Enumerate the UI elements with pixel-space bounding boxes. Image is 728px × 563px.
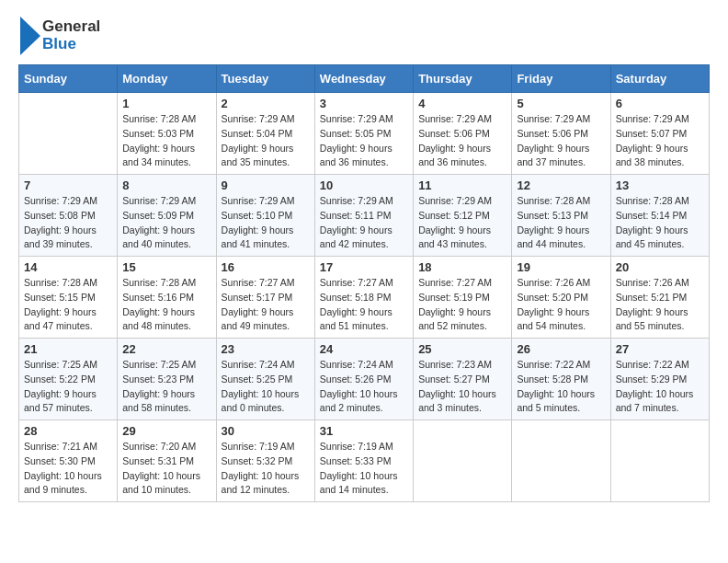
calendar-cell: 4Sunrise: 7:29 AMSunset: 5:06 PMDaylight… — [414, 93, 512, 175]
calendar-cell: 11Sunrise: 7:29 AMSunset: 5:12 PMDayligh… — [414, 175, 512, 257]
day-info: Sunrise: 7:27 AMSunset: 5:19 PMDaylight:… — [418, 276, 506, 334]
day-info: Sunrise: 7:23 AMSunset: 5:27 PMDaylight:… — [418, 358, 506, 416]
day-number: 7 — [24, 178, 112, 192]
weekday-header-wednesday: Wednesday — [314, 65, 413, 93]
calendar-week-row: 1Sunrise: 7:28 AMSunset: 5:03 PMDaylight… — [19, 93, 710, 175]
day-number: 21 — [24, 342, 112, 356]
day-number: 18 — [418, 260, 506, 274]
calendar-cell: 6Sunrise: 7:29 AMSunset: 5:07 PMDaylight… — [610, 93, 709, 175]
weekday-header-row: SundayMondayTuesdayWednesdayThursdayFrid… — [19, 65, 710, 93]
day-info: Sunrise: 7:29 AMSunset: 5:07 PMDaylight:… — [616, 112, 704, 170]
day-number: 9 — [222, 178, 310, 192]
calendar-cell: 13Sunrise: 7:28 AMSunset: 5:14 PMDayligh… — [610, 175, 709, 257]
day-info: Sunrise: 7:22 AMSunset: 5:29 PMDaylight:… — [616, 358, 704, 416]
calendar-cell — [414, 420, 512, 502]
calendar-cell: 14Sunrise: 7:28 AMSunset: 5:15 PMDayligh… — [19, 257, 118, 339]
day-number: 16 — [222, 260, 310, 274]
day-info: Sunrise: 7:26 AMSunset: 5:20 PMDaylight:… — [517, 276, 605, 334]
day-number: 25 — [418, 342, 506, 356]
day-info: Sunrise: 7:29 AMSunset: 5:06 PMDaylight:… — [517, 112, 605, 170]
logo-icon — [20, 17, 40, 55]
day-number: 2 — [222, 97, 310, 110]
day-info: Sunrise: 7:25 AMSunset: 5:23 PMDaylight:… — [122, 358, 210, 416]
day-info: Sunrise: 7:27 AMSunset: 5:18 PMDaylight:… — [320, 276, 408, 334]
day-number: 6 — [616, 97, 704, 110]
calendar-cell: 7Sunrise: 7:29 AMSunset: 5:08 PMDaylight… — [19, 175, 118, 257]
day-info: Sunrise: 7:29 AMSunset: 5:09 PMDaylight:… — [122, 194, 210, 252]
day-info: Sunrise: 7:28 AMSunset: 5:13 PMDaylight:… — [517, 194, 605, 252]
day-number: 31 — [320, 424, 408, 438]
day-info: Sunrise: 7:29 AMSunset: 5:04 PMDaylight:… — [222, 112, 310, 170]
calendar-cell: 31Sunrise: 7:19 AMSunset: 5:33 PMDayligh… — [314, 420, 413, 502]
calendar-cell: 2Sunrise: 7:29 AMSunset: 5:04 PMDaylight… — [216, 93, 314, 175]
calendar-cell: 23Sunrise: 7:24 AMSunset: 5:25 PMDayligh… — [216, 339, 314, 420]
calendar-cell: 1Sunrise: 7:28 AMSunset: 5:03 PMDaylight… — [118, 93, 216, 175]
day-info: Sunrise: 7:24 AMSunset: 5:26 PMDaylight:… — [320, 358, 408, 416]
day-number: 10 — [320, 178, 408, 192]
logo-blue-text: Blue — [42, 36, 100, 53]
calendar-cell: 5Sunrise: 7:29 AMSunset: 5:06 PMDaylight… — [512, 93, 610, 175]
day-info: Sunrise: 7:20 AMSunset: 5:31 PMDaylight:… — [122, 440, 210, 498]
weekday-header-sunday: Sunday — [19, 65, 118, 93]
day-info: Sunrise: 7:28 AMSunset: 5:03 PMDaylight:… — [122, 112, 210, 170]
day-info: Sunrise: 7:19 AMSunset: 5:32 PMDaylight:… — [222, 440, 310, 498]
calendar-cell: 26Sunrise: 7:22 AMSunset: 5:28 PMDayligh… — [512, 339, 610, 420]
calendar-cell: 28Sunrise: 7:21 AMSunset: 5:30 PMDayligh… — [19, 420, 118, 502]
day-info: Sunrise: 7:29 AMSunset: 5:06 PMDaylight:… — [418, 112, 506, 170]
day-number: 5 — [517, 97, 605, 110]
calendar-cell: 29Sunrise: 7:20 AMSunset: 5:31 PMDayligh… — [118, 420, 216, 502]
calendar-week-row: 21Sunrise: 7:25 AMSunset: 5:22 PMDayligh… — [19, 339, 710, 420]
day-info: Sunrise: 7:27 AMSunset: 5:17 PMDaylight:… — [222, 276, 310, 334]
day-info: Sunrise: 7:29 AMSunset: 5:11 PMDaylight:… — [320, 194, 408, 252]
calendar-week-row: 28Sunrise: 7:21 AMSunset: 5:30 PMDayligh… — [19, 420, 710, 502]
day-info: Sunrise: 7:26 AMSunset: 5:21 PMDaylight:… — [616, 276, 704, 334]
calendar-week-row: 14Sunrise: 7:28 AMSunset: 5:15 PMDayligh… — [19, 257, 710, 339]
weekday-header-thursday: Thursday — [414, 65, 512, 93]
day-info: Sunrise: 7:28 AMSunset: 5:16 PMDaylight:… — [122, 276, 210, 334]
day-number: 23 — [222, 342, 310, 356]
calendar-table: SundayMondayTuesdayWednesdayThursdayFrid… — [18, 64, 710, 502]
day-number: 30 — [222, 424, 310, 438]
day-number: 20 — [616, 260, 704, 274]
day-info: Sunrise: 7:25 AMSunset: 5:22 PMDaylight:… — [24, 358, 112, 416]
day-info: Sunrise: 7:29 AMSunset: 5:08 PMDaylight:… — [24, 194, 112, 252]
calendar-cell: 9Sunrise: 7:29 AMSunset: 5:10 PMDaylight… — [216, 175, 314, 257]
day-info: Sunrise: 7:28 AMSunset: 5:14 PMDaylight:… — [616, 194, 704, 252]
calendar-cell: 8Sunrise: 7:29 AMSunset: 5:09 PMDaylight… — [118, 175, 216, 257]
day-number: 27 — [616, 342, 704, 356]
day-info: Sunrise: 7:29 AMSunset: 5:12 PMDaylight:… — [418, 194, 506, 252]
calendar-cell: 15Sunrise: 7:28 AMSunset: 5:16 PMDayligh… — [118, 257, 216, 339]
calendar-cell: 25Sunrise: 7:23 AMSunset: 5:27 PMDayligh… — [414, 339, 512, 420]
calendar-cell: 12Sunrise: 7:28 AMSunset: 5:13 PMDayligh… — [512, 175, 610, 257]
day-number: 24 — [320, 342, 408, 356]
calendar-cell: 21Sunrise: 7:25 AMSunset: 5:22 PMDayligh… — [19, 339, 118, 420]
calendar-cell: 30Sunrise: 7:19 AMSunset: 5:32 PMDayligh… — [216, 420, 314, 502]
day-number: 11 — [418, 178, 506, 192]
calendar-cell — [512, 420, 610, 502]
calendar-cell: 18Sunrise: 7:27 AMSunset: 5:19 PMDayligh… — [414, 257, 512, 339]
calendar-cell: 17Sunrise: 7:27 AMSunset: 5:18 PMDayligh… — [314, 257, 413, 339]
calendar-cell — [19, 93, 118, 175]
calendar-cell: 10Sunrise: 7:29 AMSunset: 5:11 PMDayligh… — [314, 175, 413, 257]
calendar-cell: 19Sunrise: 7:26 AMSunset: 5:20 PMDayligh… — [512, 257, 610, 339]
day-info: Sunrise: 7:29 AMSunset: 5:10 PMDaylight:… — [222, 194, 310, 252]
calendar-cell: 20Sunrise: 7:26 AMSunset: 5:21 PMDayligh… — [610, 257, 709, 339]
header: GeneralBlue — [18, 9, 710, 55]
day-number: 26 — [517, 342, 605, 356]
day-info: Sunrise: 7:24 AMSunset: 5:25 PMDaylight:… — [222, 358, 310, 416]
day-number: 29 — [122, 424, 210, 438]
calendar-cell: 24Sunrise: 7:24 AMSunset: 5:26 PMDayligh… — [314, 339, 413, 420]
day-info: Sunrise: 7:28 AMSunset: 5:15 PMDaylight:… — [24, 276, 112, 334]
day-number: 4 — [418, 97, 506, 110]
day-number: 28 — [24, 424, 112, 438]
weekday-header-tuesday: Tuesday — [216, 65, 314, 93]
day-number: 17 — [320, 260, 408, 274]
day-number: 14 — [24, 260, 112, 274]
day-info: Sunrise: 7:22 AMSunset: 5:28 PMDaylight:… — [517, 358, 605, 416]
day-number: 1 — [122, 97, 210, 110]
calendar-cell: 22Sunrise: 7:25 AMSunset: 5:23 PMDayligh… — [118, 339, 216, 420]
day-number: 8 — [122, 178, 210, 192]
day-info: Sunrise: 7:29 AMSunset: 5:05 PMDaylight:… — [320, 112, 408, 170]
svg-marker-0 — [20, 17, 40, 55]
calendar-week-row: 7Sunrise: 7:29 AMSunset: 5:08 PMDaylight… — [19, 175, 710, 257]
